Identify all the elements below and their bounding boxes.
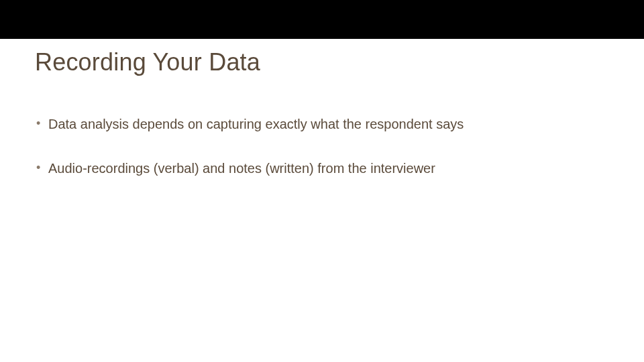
- list-item: Data analysis depends on capturing exact…: [35, 115, 609, 133]
- top-bar: [0, 0, 644, 39]
- slide-title: Recording Your Data: [35, 48, 609, 76]
- list-item: Audio-recordings (verbal) and notes (wri…: [35, 160, 609, 177]
- slide-content: Recording Your Data Data analysis depend…: [0, 39, 644, 177]
- bullet-list: Data analysis depends on capturing exact…: [35, 115, 609, 177]
